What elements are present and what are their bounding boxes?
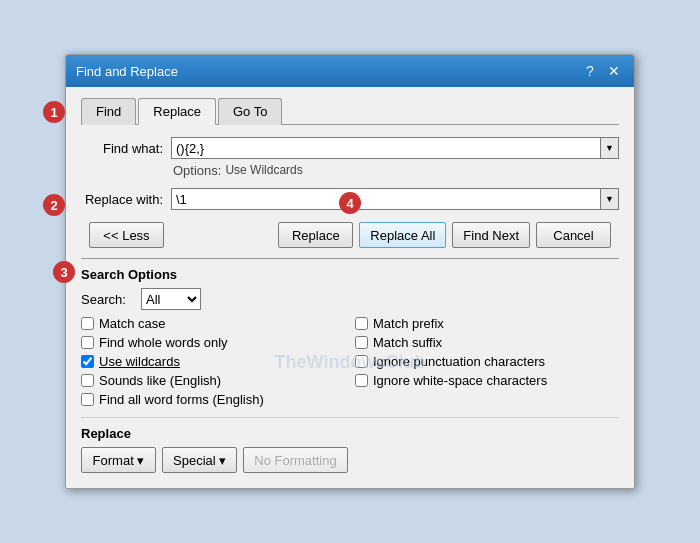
badge-2: 2 [43, 194, 65, 216]
find-what-label: Find what: [81, 141, 171, 156]
tabs: Find Replace Go To [81, 97, 619, 125]
title-bar: Find and Replace ? ✕ [66, 55, 634, 87]
buttons-row: << Less 4 Replace Replace All Find Next … [81, 222, 619, 248]
badge-1: 1 [43, 101, 65, 123]
find-what-section: 1 Find what: ▼ Options: Use Wildcards [81, 137, 619, 178]
match-suffix-checkbox[interactable]: Match suffix [355, 335, 619, 350]
cancel-button[interactable]: Cancel [536, 222, 611, 248]
replace-with-dropdown[interactable]: ▼ [601, 188, 619, 210]
replace-with-row: Replace with: ▼ [81, 188, 619, 210]
search-options: 3 Search Options Search: All Down Up The… [81, 258, 619, 407]
find-replace-dialog: Find and Replace ? ✕ Find Replace Go To … [65, 54, 635, 489]
find-whole-words-checkbox[interactable]: Find whole words only [81, 335, 345, 350]
close-button[interactable]: ✕ [604, 61, 624, 81]
replace-buttons: Format ▾ Special ▾ No Formatting [81, 447, 619, 473]
special-button[interactable]: Special ▾ [162, 447, 237, 473]
match-prefix-checkbox[interactable]: Match prefix [355, 316, 619, 331]
dialog-body: Find Replace Go To 1 Find what: ▼ Option… [66, 87, 634, 488]
match-case-checkbox[interactable]: Match case [81, 316, 345, 331]
find-next-button[interactable]: Find Next [452, 222, 530, 248]
find-what-row: Find what: ▼ [81, 137, 619, 159]
tab-replace[interactable]: Replace [138, 98, 216, 125]
ignore-whitespace-checkbox[interactable]: Ignore white-space characters [355, 373, 619, 388]
find-what-input-wrap: ▼ [171, 137, 619, 159]
search-select[interactable]: All Down Up [141, 288, 201, 310]
help-button[interactable]: ? [580, 61, 600, 81]
options-row: Options: Use Wildcards [173, 163, 619, 178]
sounds-like-checkbox[interactable]: Sounds like (English) [81, 373, 345, 388]
replace-with-input-wrap: ▼ [171, 188, 619, 210]
replace-all-button[interactable]: Replace All [359, 222, 446, 248]
ignore-punctuation-checkbox[interactable]: Ignore punctuation characters [355, 354, 619, 369]
format-button[interactable]: Format ▾ [81, 447, 156, 473]
search-options-title: Search Options [81, 267, 619, 282]
replace-with-section: 2 Replace with: ▼ [81, 188, 619, 210]
options-label: Options: [173, 163, 221, 178]
title-bar-controls: ? ✕ [580, 61, 624, 81]
replace-button[interactable]: Replace [278, 222, 353, 248]
search-label: Search: [81, 292, 141, 307]
less-button[interactable]: << Less [89, 222, 164, 248]
replace-with-label: Replace with: [81, 192, 171, 207]
tab-find[interactable]: Find [81, 98, 136, 125]
use-wildcards-checkbox[interactable]: Use wildcards [81, 354, 345, 369]
checkboxes-grid: TheWindowsClub Match case Match prefix F… [81, 316, 619, 407]
find-all-word-forms-checkbox[interactable]: Find all word forms (English) [81, 392, 345, 407]
badge-3: 3 [53, 261, 75, 283]
no-formatting-button[interactable]: No Formatting [243, 447, 347, 473]
tab-goto[interactable]: Go To [218, 98, 282, 125]
search-row: Search: All Down Up [81, 288, 619, 310]
options-value: Use Wildcards [225, 163, 302, 178]
dialog-title: Find and Replace [76, 64, 178, 79]
find-what-dropdown[interactable]: ▼ [601, 137, 619, 159]
replace-section: Replace Format ▾ Special ▾ No Formatting [81, 417, 619, 473]
find-what-input[interactable] [171, 137, 601, 159]
replace-section-title: Replace [81, 426, 619, 441]
replace-with-input[interactable] [171, 188, 601, 210]
